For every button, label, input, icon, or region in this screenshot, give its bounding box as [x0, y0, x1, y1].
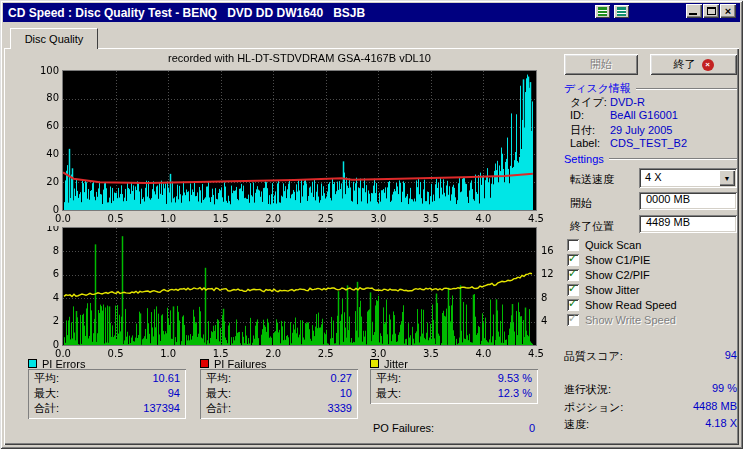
- disc-info-header-label: ディスク情報: [564, 81, 631, 96]
- checkbox-icon[interactable]: ✓: [567, 284, 579, 296]
- stat-value: 9.53 %: [498, 371, 532, 386]
- speed-select-value: 4 X: [645, 171, 662, 183]
- po-failures-label: PO Failures:: [373, 422, 434, 434]
- maximize-button[interactable]: [703, 4, 719, 18]
- stat-label: 合計:: [206, 401, 231, 416]
- start-position-field[interactable]: 0000 MB: [639, 192, 737, 210]
- position-row: ポジション: 4488 MB: [564, 400, 737, 415]
- checkmark-icon: ✓: [568, 312, 577, 325]
- info-row-id: ID:BeAll G16001: [570, 109, 678, 122]
- stat-label: 平均:: [376, 371, 401, 386]
- stat-value: 137394: [143, 401, 180, 416]
- pi-failures-legend-label: PI Failures: [214, 358, 267, 370]
- po-failures-value: 0: [529, 422, 535, 434]
- checkbox-icon[interactable]: ✓: [567, 254, 579, 266]
- position-label: ポジション:: [564, 400, 623, 415]
- start-position-label: 開始: [570, 196, 592, 211]
- speed-label: 転送速度: [570, 172, 614, 187]
- stat-row: 最大:10: [200, 386, 358, 401]
- speed-row-label: 速度:: [564, 417, 589, 432]
- exit-button[interactable]: 終了 ×: [650, 54, 737, 75]
- info-row-date: 日付:29 July 2005: [570, 123, 672, 136]
- start-position-value: 0000 MB: [646, 193, 690, 205]
- pi-errors-swatch-icon: [28, 359, 37, 368]
- progress-row: 進行状況: 99 %: [564, 382, 737, 397]
- stat-label: 平均:: [34, 371, 59, 386]
- stat-row: 最大:94: [28, 386, 186, 401]
- info-label: Label:: [570, 137, 610, 149]
- quality-score-row: 品質スコア: 94: [564, 349, 737, 364]
- speed-row: 速度: 4.18 X: [564, 417, 737, 432]
- info-value: DVD-R: [610, 96, 645, 108]
- minimize-icon: [689, 13, 697, 15]
- checkmark-icon: ✓: [568, 267, 577, 280]
- end-position-field[interactable]: 4489 MB: [639, 215, 737, 233]
- checkbox-label: Show C1/PIE: [585, 254, 650, 266]
- quality-score-value: 94: [725, 349, 737, 364]
- chevron-down-icon[interactable]: ▼: [719, 170, 735, 186]
- pi-errors-legend-label: PI Errors: [42, 358, 85, 370]
- checkmark-icon: ✓: [568, 282, 577, 295]
- checkbox-icon: ✓: [567, 314, 579, 326]
- checkmark-icon: ✓: [568, 297, 577, 310]
- end-position-label: 終了位置: [570, 219, 614, 234]
- stat-value: 12.3 %: [498, 386, 532, 401]
- settings-header: Settings: [564, 153, 737, 165]
- checkbox-icon[interactable]: ✓: [567, 299, 579, 311]
- position-value: 4488 MB: [693, 400, 737, 415]
- progress-label: 進行状況:: [564, 382, 611, 397]
- exit-icon: ×: [702, 59, 714, 71]
- app-window: CD Speed : Disc Quality Test - BENQ DVD …: [0, 0, 743, 449]
- tab-disc-quality[interactable]: Disc Quality: [10, 28, 98, 49]
- info-label: 日付:: [570, 123, 610, 138]
- stat-label: 最大:: [34, 386, 59, 401]
- titlebar-teal-doc-icon[interactable]: [614, 5, 629, 18]
- recorded-with-label: recorded with HL-DT-STDVDRAM GSA-4167B v…: [63, 52, 536, 64]
- checkbox-show-read-speed[interactable]: ✓ Show Read Speed: [567, 298, 677, 311]
- checkbox-show-c1-pie[interactable]: ✓ Show C1/PIE: [567, 253, 650, 266]
- checkbox-show-jitter[interactable]: ✓ Show Jitter: [567, 283, 639, 296]
- stat-row: 平均:0.27: [200, 371, 358, 386]
- maximize-icon: [707, 7, 716, 15]
- info-value: BeAll G16001: [610, 109, 678, 121]
- pi-errors-legend: PI Errors: [28, 358, 85, 369]
- titlebar[interactable]: CD Speed : Disc Quality Test - BENQ DVD …: [3, 3, 740, 22]
- info-value: CDS_TEST_B2: [610, 137, 687, 149]
- start-button: 開始: [564, 54, 638, 75]
- info-label: ID:: [570, 109, 610, 121]
- green-doc-icon: [598, 7, 607, 16]
- checkbox-show-c2-pif[interactable]: ✓ Show C2/PIF: [567, 268, 650, 281]
- divider: [609, 158, 737, 160]
- checkbox-label: Show C2/PIF: [585, 269, 650, 281]
- minimize-button[interactable]: [686, 4, 702, 18]
- stat-value: 0.27: [331, 371, 352, 386]
- pi-failures-stats-box: 平均:0.27 最大:10 合計:3339: [200, 369, 358, 419]
- stat-row: 平均:9.53 %: [370, 371, 538, 386]
- info-row-type: タイプ:DVD-R: [570, 95, 645, 108]
- stat-value: 3339: [328, 401, 352, 416]
- titlebar-green-doc-icon[interactable]: [595, 5, 610, 18]
- checkbox-icon[interactable]: ✓: [567, 269, 579, 281]
- window-title: CD Speed : Disc Quality Test - BENQ DVD …: [8, 6, 365, 20]
- stat-value: 10.61: [152, 371, 180, 386]
- stat-row: 合計:3339: [200, 401, 358, 416]
- stat-label: 最大:: [376, 386, 401, 401]
- teal-doc-icon: [617, 7, 626, 16]
- quality-score-label: 品質スコア:: [564, 349, 623, 364]
- info-label: タイプ:: [570, 95, 610, 110]
- stat-label: 合計:: [34, 401, 59, 416]
- info-row-label: Label:CDS_TEST_B2: [570, 137, 687, 150]
- close-button[interactable]: ×: [720, 4, 736, 18]
- disc-info-header: ディスク情報: [564, 81, 737, 96]
- progress-value: 99 %: [712, 382, 737, 397]
- speed-select[interactable]: 4 X ▼: [639, 168, 737, 188]
- info-value: 29 July 2005: [610, 124, 672, 136]
- checkbox-icon[interactable]: [567, 239, 579, 251]
- checkbox-quick-scan[interactable]: Quick Scan: [567, 238, 641, 251]
- jitter-legend-label: Jitter: [384, 358, 408, 370]
- pi-failures-jitter-chart: [16, 226, 560, 362]
- jitter-legend: Jitter: [370, 358, 408, 369]
- checkbox-label: Show Jitter: [585, 284, 639, 296]
- start-button-label: 開始: [590, 57, 612, 72]
- settings-header-label: Settings: [564, 153, 604, 165]
